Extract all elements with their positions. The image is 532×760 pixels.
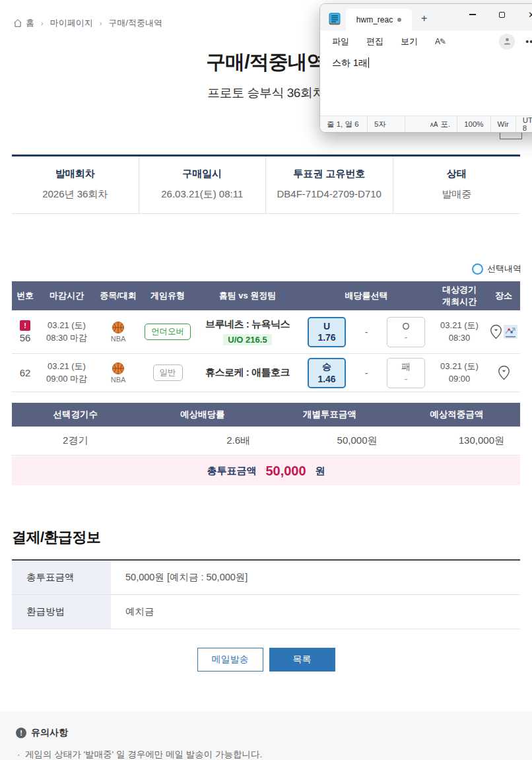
menu-edit[interactable]: 편집	[366, 36, 383, 48]
payment-section-title: 결제/환급정보	[12, 528, 532, 547]
basketball-icon	[112, 321, 125, 334]
more-options-button[interactable]: •••	[525, 36, 532, 47]
notepad-app-icon	[329, 12, 341, 25]
other-odds-button[interactable]: O -	[387, 317, 425, 347]
status-format[interactable]: 포.	[440, 120, 450, 129]
picked-odds-label: 승	[309, 361, 345, 373]
col-place: 장소	[487, 290, 520, 302]
back-to-list-button[interactable]: 목록	[269, 648, 335, 672]
table-row: 62 03.21 (토) 09:00 마감 NBA 일반 휴스로케 : 애틀호크…	[12, 354, 520, 392]
info-label: 구매일시	[142, 168, 263, 180]
picked-odds-button[interactable]: U 1.76	[308, 317, 346, 347]
under-over-line: U/O 216.5	[223, 334, 271, 345]
notepad-window: hwm_reac + ✕ 파일 편집 보기 A✎ ••• 스하 1래 줄 1, …	[319, 3, 532, 133]
payment-row-label: 총투표금액	[12, 561, 111, 594]
location-pin-icon[interactable]	[498, 365, 510, 380]
picked-odds-button[interactable]: 승 1.46	[308, 358, 346, 388]
notice-title: 유의사항	[31, 727, 68, 739]
teams-label: 브루네츠 : 뉴욕닉스	[205, 318, 290, 331]
notepad-menubar: 파일 편집 보기 A✎ •••	[320, 30, 532, 52]
send-mail-button[interactable]: 메일발송	[197, 648, 263, 672]
start-time: 03.21 (토) 08:30	[432, 320, 487, 345]
font-size-icon: ᴀA	[430, 121, 438, 128]
new-tab-button[interactable]: +	[421, 13, 427, 24]
basketball-icon	[112, 362, 125, 375]
info-label: 투표권 고유번호	[269, 168, 390, 180]
col-odds: 배당률선택	[301, 290, 432, 302]
other-odds-label: 패	[387, 361, 424, 373]
notice-item: 게임의 상태가 '발매중' 일 경우에만 메일 발송이 가능합니다.	[16, 747, 516, 760]
notepad-text: 스하 1래	[332, 57, 368, 68]
picked-odds-value: 1.46	[309, 374, 345, 384]
other-odds-value: -	[387, 332, 424, 343]
minimize-button[interactable]	[457, 4, 487, 25]
col-no: 번호	[12, 290, 38, 302]
table-row: ! 56 03.21 (토) 08:30 마감 NBA 언더오버 브루네츠 : …	[12, 310, 520, 354]
status-zoom[interactable]: 100%	[457, 116, 490, 132]
info-cell-round: 발매회차 2026년 36회차	[12, 156, 139, 213]
account-button[interactable]	[499, 34, 515, 50]
other-odds-button[interactable]: 패 -	[387, 358, 425, 388]
menu-file[interactable]: 파일	[332, 36, 349, 48]
notepad-text-area[interactable]: 스하 1래	[320, 52, 532, 116]
info-value: 2026년 36회차	[15, 188, 136, 201]
maximize-icon	[499, 12, 505, 18]
total-stake-label: 총투표금액	[207, 465, 256, 477]
odds-chart-icon[interactable]	[504, 325, 517, 339]
league-name: NBA	[111, 335, 126, 343]
notepad-titlebar[interactable]: hwm_reac + ✕	[320, 4, 532, 30]
breadcrumb-separator: ›	[41, 19, 44, 27]
status-encoding: UTF-8	[516, 116, 532, 132]
maximize-button[interactable]	[487, 4, 517, 25]
picked-odds-value: 1.76	[309, 332, 345, 343]
info-label: 상태	[396, 168, 518, 180]
payment-table: 총투표금액 50,000원 [예치금 : 50,000원] 환급방법 예치금	[12, 559, 520, 629]
other-odds-value: -	[387, 374, 424, 384]
select-detail-checkbox[interactable]	[472, 263, 483, 275]
deadline: 03.21 (토) 08:30 마감	[38, 320, 95, 345]
game-type-badge: 일반	[153, 364, 183, 381]
status-line-col: 줄 1, 열 6	[320, 116, 368, 132]
close-button[interactable]: ✕	[517, 4, 532, 25]
col-teams: 홈팀 vs 원정팀	[194, 290, 301, 302]
col-start: 대상경기 개최시간	[432, 284, 487, 307]
summary-col-stake: 개별투표금액	[266, 409, 393, 421]
text-cursor	[368, 57, 369, 68]
odds-dash: -	[352, 368, 380, 378]
breadcrumb-item-current[interactable]: 구매/적중내역	[108, 17, 162, 29]
game-number: 56	[20, 332, 31, 343]
col-deadline: 마감시간	[38, 290, 95, 302]
breadcrumb-item-mypage[interactable]: 마이페이지	[50, 17, 93, 29]
summary-stake: 50,000원	[266, 434, 393, 447]
payment-row-label: 환급방법	[12, 595, 111, 629]
table-row: 총투표금액 50,000원 [예치금 : 50,000원]	[12, 561, 520, 595]
rewrite-icon[interactable]: A✎	[435, 37, 446, 46]
info-label: 발매회차	[15, 168, 136, 180]
info-cell-status: 상태 발매중	[393, 156, 521, 213]
table-row: 환급방법 예치금	[12, 595, 520, 629]
bet-summary-table: 선택경기수 예상배당률 개별투표금액 예상적중금액 2경기 2.6배 50,00…	[12, 403, 520, 485]
summary-col-payout: 예상적중금액	[393, 409, 521, 421]
ticket-info-table: 발매회차 2026년 36회차 구매일시 26.03.21(토) 08:11 투…	[12, 155, 520, 214]
menu-view[interactable]: 보기	[401, 36, 418, 48]
league-name: NBA	[111, 376, 126, 384]
summary-col-games: 선택경기수	[12, 409, 139, 421]
status-char-count: 5자	[368, 116, 405, 132]
location-pin-icon[interactable]	[490, 324, 502, 339]
col-sport: 종목/대회	[95, 290, 141, 302]
notepad-tab[interactable]: hwm_reac	[346, 9, 412, 30]
minimize-icon	[469, 14, 476, 15]
teams-label: 휴스로케 : 애틀호크	[205, 366, 290, 379]
summary-payout: 130,000원	[393, 434, 521, 447]
payment-row-value: 예치금	[111, 595, 520, 629]
other-odds-label: O	[387, 321, 424, 331]
games-table-header: 번호 마감시간 종목/대회 게임유형 홈팀 vs 원정팀 배당률선택 대상경기 …	[12, 281, 520, 310]
summary-col-odds: 예상배당률	[139, 409, 267, 421]
breadcrumb-item: 홈	[26, 17, 34, 29]
games-table: 번호 마감시간 종목/대회 게임유형 홈팀 vs 원정팀 배당률선택 대상경기 …	[12, 281, 520, 392]
total-stake-value: 50,000	[265, 464, 306, 479]
breadcrumb-home[interactable]: 홈	[13, 17, 34, 29]
total-stake-unit: 원	[316, 465, 325, 477]
info-cell-ticket-id: 투표권 고유번호 DB4F-71D4-2709-D710	[266, 156, 393, 213]
alert-badge: !	[20, 320, 30, 331]
